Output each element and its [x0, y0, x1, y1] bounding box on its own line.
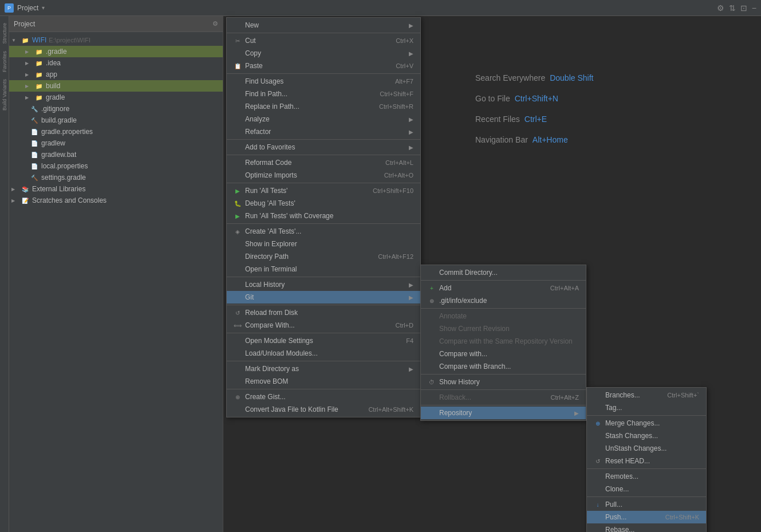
goto-file-key: Ctrl+Shift+N — [515, 94, 558, 103]
repo-unstash[interactable]: UnStash Changes... — [587, 442, 706, 455]
repo-remotes[interactable]: Remotes... — [587, 470, 706, 483]
menu-item-debug-tests[interactable]: 🐛 Debug 'All Tests' — [227, 197, 420, 210]
menu-item-optimize[interactable]: Optimize Imports Ctrl+Alt+O — [227, 169, 420, 182]
git-repository[interactable]: Repository ▶ — [421, 407, 586, 419]
idea-folder-icon: 📁 — [34, 58, 44, 68]
menu-item-new[interactable]: New ▶ — [227, 19, 420, 31]
git-show-history[interactable]: ⏱ Show History — [421, 376, 586, 388]
tree-root[interactable]: ▼ 📁 WIFI E:\project\WIFI — [9, 34, 223, 46]
tree-item-idea[interactable]: ▶ 📁 .idea — [9, 57, 223, 69]
menu-item-find-path[interactable]: Find in Path... Ctrl+Shift+F — [227, 88, 420, 100]
tree-item-build[interactable]: ▶ 📁 build — [9, 80, 223, 92]
run-coverage-icon: ▶ — [234, 213, 242, 219]
ext-libs-icon: 📚 — [21, 184, 30, 194]
nav-bar-label: Navigation Bar — [475, 135, 528, 144]
goto-file-label: Go to File — [475, 94, 510, 103]
menu-item-mark-dir[interactable]: Mark Directory as ▶ — [227, 362, 420, 375]
git-sep-4 — [421, 389, 586, 390]
git-compare-branch[interactable]: Compare with Branch... — [421, 360, 586, 373]
ext-libs-label: External Libraries — [32, 185, 85, 193]
sidebar-variants-label[interactable]: Build Variants — [1, 77, 9, 113]
menu-item-dir-path[interactable]: Directory Path Ctrl+Alt+F12 — [227, 250, 420, 263]
gear-icon[interactable]: ⊡ — [740, 3, 747, 13]
top-bar-controls: ⚙ ⇅ ⊡ − — [717, 3, 756, 13]
repo-push[interactable]: Push... Ctrl+Shift+K — [587, 511, 706, 523]
github-icon: ⊕ — [234, 394, 242, 400]
menu-item-convert-kotlin[interactable]: Convert Java File to Kotlin File Ctrl+Al… — [227, 403, 420, 416]
repo-stash[interactable]: Stash Changes... — [587, 429, 706, 442]
root-label: WIFI — [32, 36, 46, 44]
tree-item-gradle[interactable]: ▶ 📁 gradle — [9, 92, 223, 103]
tree-item-gradle-properties[interactable]: 📄 gradle.properties — [9, 126, 223, 137]
menu-item-git[interactable]: Git ▶ — [227, 291, 420, 304]
menu-item-show-explorer[interactable]: Show in Explorer — [227, 238, 420, 250]
menu-item-remove-bom[interactable]: Remove BOM — [227, 375, 420, 388]
panel-settings-icon[interactable]: ⚙ — [212, 20, 218, 27]
tree-item-gradle-scripts[interactable]: ▶ 📁 .gradle — [9, 46, 223, 57]
repo-branches[interactable]: Branches... Ctrl+Shift+` — [587, 389, 706, 401]
menu-item-copy[interactable]: Copy ▶ — [227, 47, 420, 60]
menu-item-paste[interactable]: 📋 Paste Ctrl+V — [227, 60, 420, 72]
sidebar-structure-label[interactable]: Structure — [1, 21, 9, 46]
build-arrow: ▶ — [25, 84, 32, 89]
tree-item-app[interactable]: ▶ 📁 app — [9, 69, 223, 80]
menu-item-run-tests[interactable]: ▶ Run 'All Tests' Ctrl+Shift+F10 — [227, 184, 420, 197]
build-gradle-icon: 🔨 — [30, 116, 39, 125]
sidebar-favorites-label[interactable]: Favorites — [1, 49, 9, 74]
menu-item-local-history[interactable]: Local History ▶ — [227, 278, 420, 291]
repo-clone[interactable]: Clone... — [587, 483, 706, 495]
tree-item-settings-gradle[interactable]: 🔨 settings.gradle — [9, 172, 223, 183]
menu-item-module-settings[interactable]: Open Module Settings F4 — [227, 334, 420, 347]
rollback-shortcut: Ctrl+Alt+Z — [550, 394, 579, 401]
close-panel-icon[interactable]: − — [752, 3, 756, 13]
git-show-revision: Show Current Revision — [421, 322, 586, 335]
repo-merge[interactable]: ⊕ Merge Changes... — [587, 417, 706, 429]
menu-item-find-usages[interactable]: Find Usages Alt+F7 — [227, 75, 420, 88]
repo-reset-head[interactable]: ↺ Reset HEAD... — [587, 455, 706, 467]
git-add[interactable]: + Add Ctrl+Alt+A — [421, 282, 586, 294]
project-panel-title: Project — [14, 20, 35, 28]
sep-9 — [227, 333, 420, 333]
menu-item-analyze[interactable]: Analyze ▶ — [227, 113, 420, 125]
menu-item-run-coverage[interactable]: ▶ Run 'All Tests' with Coverage — [227, 210, 420, 222]
menu-item-create-gist[interactable]: ⊕ Create Gist... — [227, 391, 420, 403]
repo-rebase[interactable]: Rebase... — [587, 523, 706, 532]
tree-item-gradlew[interactable]: 📄 gradlew — [9, 137, 223, 149]
tree-item-gradlew-bat[interactable]: 📄 gradlew.bat — [9, 149, 223, 160]
git-sep-5 — [421, 405, 586, 405]
history-icon: ⏱ — [428, 379, 436, 385]
top-bar-chevron[interactable]: ▾ — [42, 5, 45, 11]
shortcut-recent: Recent Files Ctrl+E — [475, 115, 593, 124]
git-compare-with[interactable]: Compare with... — [421, 348, 586, 360]
search-everywhere-key: Double Shift — [550, 73, 593, 82]
sep-2 — [227, 73, 420, 74]
repo-sep-3 — [587, 496, 706, 497]
repo-pull[interactable]: ↓ Pull... — [587, 498, 706, 511]
shortcut-nav-bar: Navigation Bar Alt+Home — [475, 135, 593, 144]
menu-item-compare[interactable]: ⟺ Compare With... Ctrl+D — [227, 319, 420, 332]
tree-item-external-libraries[interactable]: ▶ 📚 External Libraries — [9, 183, 223, 195]
tree-item-gitignore[interactable]: 🔧 .gitignore — [9, 103, 223, 115]
top-bar-title: Project — [17, 4, 38, 12]
git-info-exclude[interactable]: ⊕ .git/info/exclude — [421, 294, 586, 307]
tree-item-build-gradle[interactable]: 🔨 build.gradle — [9, 115, 223, 126]
menu-item-refactor[interactable]: Refactor ▶ — [227, 125, 420, 138]
menu-item-load-modules[interactable]: Load/Unload Modules... — [227, 347, 420, 360]
project-panel-header: Project ⚙ — [9, 16, 223, 32]
menu-item-open-terminal[interactable]: Open in Terminal — [227, 263, 420, 275]
git-commit-dir[interactable]: Commit Directory... — [421, 266, 586, 279]
menu-item-create-tests[interactable]: ◈ Create 'All Tests'... — [227, 225, 420, 238]
menu-item-reload[interactable]: ↺ Reload from Disk — [227, 306, 420, 319]
menu-item-reformat[interactable]: Reformat Code Ctrl+Alt+L — [227, 156, 420, 169]
tree-item-scratches[interactable]: ▶ 📝 Scratches and Consoles — [9, 195, 223, 206]
recent-files-label: Recent Files — [475, 115, 520, 124]
menu-item-add-favorites[interactable]: Add to Favorites ▶ — [227, 141, 420, 153]
repo-tag[interactable]: Tag... — [587, 401, 706, 414]
menu-item-cut[interactable]: ✂ Cut Ctrl+X — [227, 34, 420, 47]
collapse-icon[interactable]: ⇅ — [729, 3, 736, 13]
tree-item-local-properties[interactable]: 📄 local.properties — [9, 160, 223, 172]
menu-item-replace-path[interactable]: Replace in Path... Ctrl+Shift+R — [227, 100, 420, 113]
ext-libs-arrow: ▶ — [11, 187, 18, 192]
pull-icon: ↓ — [594, 502, 602, 508]
settings-icon[interactable]: ⚙ — [717, 3, 724, 13]
